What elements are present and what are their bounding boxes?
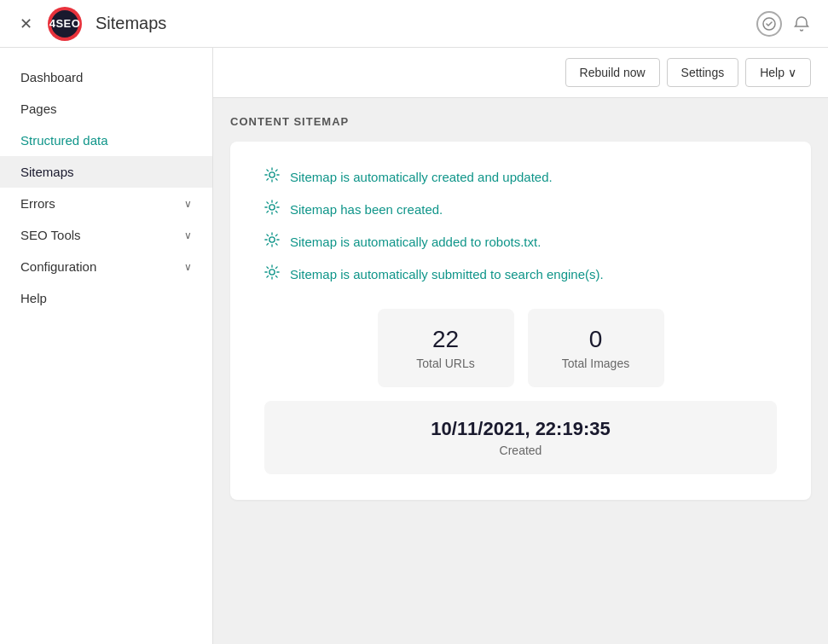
- help-button[interactable]: Help ∨: [745, 58, 811, 87]
- content-area: Rebuild now Settings Help ∨ CONTENT SITE…: [213, 48, 828, 644]
- toolbar: Rebuild now Settings Help ∨: [213, 48, 828, 98]
- logo-icon: 4SEO: [48, 7, 82, 41]
- check-icon[interactable]: [756, 11, 782, 37]
- top-bar-right: [756, 11, 814, 37]
- rebuild-now-button[interactable]: Rebuild now: [565, 58, 660, 87]
- svg-line-35: [276, 267, 278, 269]
- sidebar-item-seo-tools[interactable]: SEO Tools ∨: [0, 219, 212, 251]
- svg-line-34: [276, 276, 278, 278]
- section-title: CONTENT SITEMAP: [230, 115, 811, 128]
- svg-line-17: [276, 202, 278, 204]
- close-button[interactable]: ✕: [14, 12, 38, 36]
- svg-point-19: [269, 237, 275, 242]
- sun-icon: [264, 167, 280, 186]
- stat-label-urls: Total URLs: [412, 357, 480, 370]
- main-layout: Dashboard Pages Structured data Sitemaps…: [0, 48, 828, 644]
- status-text-3: Sitemap is automatically added to robots…: [290, 235, 541, 249]
- status-item-1: Sitemap is automatically created and upd…: [264, 167, 777, 186]
- status-text-4: Sitemap is automatically submitted to se…: [290, 267, 604, 281]
- status-list: Sitemap is automatically created and upd…: [264, 167, 777, 283]
- logo-text: 4SEO: [49, 17, 81, 30]
- sun-icon: [264, 200, 280, 218]
- svg-line-8: [276, 170, 278, 171]
- svg-point-1: [269, 172, 275, 177]
- chevron-down-icon: ∨: [184, 229, 192, 241]
- chevron-down-icon: ∨: [184, 198, 192, 210]
- svg-line-18: [267, 212, 269, 213]
- scroll-area[interactable]: CONTENT SITEMAP: [213, 98, 828, 644]
- svg-point-28: [269, 270, 275, 275]
- stats-row: 22 Total URLs 0 Total Images: [264, 309, 777, 387]
- stat-label-images: Total Images: [562, 357, 630, 370]
- created-date-label: Created: [298, 444, 743, 457]
- app-title: Sitemaps: [96, 14, 166, 33]
- logo-inner: 4SEO: [51, 10, 78, 38]
- sidebar-item-dashboard[interactable]: Dashboard: [0, 61, 212, 93]
- svg-line-36: [267, 276, 269, 278]
- sidebar-item-help[interactable]: Help: [0, 282, 212, 314]
- svg-line-6: [267, 170, 269, 171]
- svg-line-25: [276, 244, 278, 246]
- sidebar-item-structured-data[interactable]: Structured data: [0, 125, 212, 156]
- svg-line-15: [267, 202, 269, 204]
- stat-card-total-images: 0 Total Images: [528, 309, 664, 387]
- status-item-2: Sitemap has been created.: [264, 200, 777, 218]
- svg-point-10: [269, 205, 275, 210]
- sidebar-item-sitemaps[interactable]: Sitemaps: [0, 156, 212, 188]
- svg-line-33: [267, 267, 269, 269]
- sun-icon: [264, 264, 280, 283]
- bell-icon[interactable]: [789, 11, 814, 37]
- svg-line-26: [276, 235, 278, 236]
- status-item-3: Sitemap is automatically added to robots…: [264, 232, 777, 251]
- stat-card-total-urls: 22 Total URLs: [378, 309, 514, 387]
- status-item-4: Sitemap is automatically submitted to se…: [264, 264, 777, 283]
- content-card: Sitemap is automatically created and upd…: [230, 142, 811, 500]
- status-text-2: Sitemap has been created.: [290, 202, 443, 217]
- settings-button[interactable]: Settings: [667, 58, 739, 87]
- sidebar-item-configuration[interactable]: Configuration ∨: [0, 251, 212, 282]
- sidebar: Dashboard Pages Structured data Sitemaps…: [0, 48, 213, 644]
- created-date-value: 10/11/2021, 22:19:35: [298, 418, 743, 440]
- svg-line-16: [276, 212, 278, 213]
- svg-line-24: [267, 235, 269, 236]
- status-text-1: Sitemap is automatically created and upd…: [290, 170, 553, 184]
- top-bar: ✕ 4SEO Sitemaps: [0, 0, 828, 48]
- sun-icon: [264, 232, 280, 251]
- chevron-down-icon: ∨: [788, 66, 796, 79]
- created-date-card: 10/11/2021, 22:19:35 Created: [264, 401, 777, 474]
- sidebar-item-errors[interactable]: Errors ∨: [0, 188, 212, 219]
- logo-area: 4SEO Sitemaps: [48, 7, 166, 41]
- sidebar-item-pages[interactable]: Pages: [0, 93, 212, 125]
- chevron-down-icon: ∨: [184, 261, 192, 273]
- stat-number-images: 0: [562, 326, 630, 353]
- svg-line-27: [267, 244, 269, 246]
- svg-line-9: [267, 179, 269, 181]
- svg-line-7: [276, 179, 278, 181]
- stat-number-urls: 22: [412, 326, 480, 353]
